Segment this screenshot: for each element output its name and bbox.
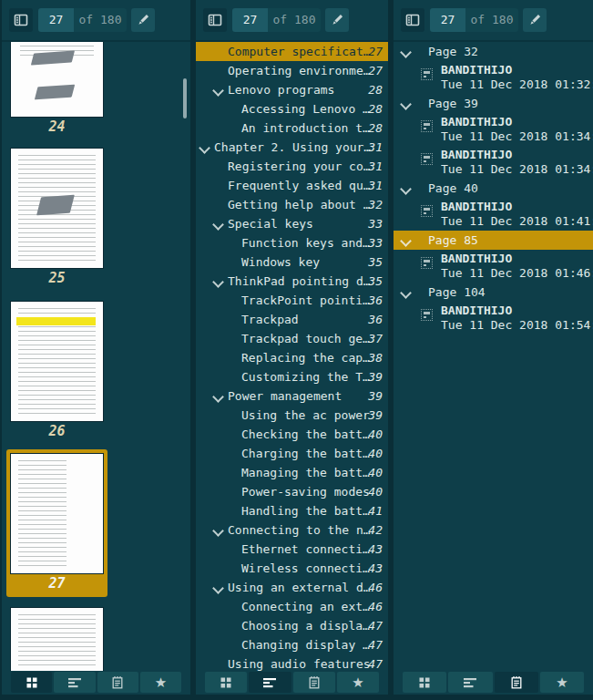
outline-item[interactable]: Connecting an ext…46 <box>196 597 388 616</box>
page-thumbnail[interactable] <box>11 149 103 268</box>
annotate-button[interactable] <box>523 8 547 32</box>
annotation-entry[interactable]: BANDITHIJOTue 11 Dec 2018 01:34:2 <box>394 113 593 146</box>
page-number-entry[interactable]: 27 of 180 <box>232 8 321 32</box>
outline-item[interactable]: Function keys and…33 <box>196 233 388 252</box>
annotation-page-group[interactable]: Page 85 <box>394 231 593 250</box>
outline-item-label: Managing the batt… <box>241 463 370 482</box>
annotation-entry[interactable]: BANDITHIJOTue 11 Dec 2018 01:54:5 <box>394 302 593 335</box>
page-thumbnail[interactable] <box>11 40 103 117</box>
outline-item[interactable]: Chapter 2. Using your…31 <box>196 138 388 157</box>
outline-item[interactable]: Checking the batt…40 <box>196 425 388 444</box>
outline-item[interactable]: Managing the batt…40 <box>196 463 388 482</box>
page-thumbnail[interactable] <box>11 302 103 421</box>
outline-item[interactable]: Trackpad36 <box>196 310 388 329</box>
outline-item[interactable]: Power management39 <box>196 386 388 406</box>
page-thumbnail[interactable] <box>11 454 103 573</box>
outline-item[interactable]: Trackpad touch ge…37 <box>196 329 388 348</box>
outline-item[interactable]: Customizing the T…39 <box>196 367 388 386</box>
page-number-value[interactable]: 27 <box>38 8 74 32</box>
chevron-down-icon[interactable] <box>212 582 224 594</box>
panel-header: 27 of 180 <box>394 0 593 42</box>
sidebar-toggle-button[interactable] <box>401 8 424 32</box>
outline-item[interactable]: Ethernet connecti…43 <box>196 540 388 559</box>
outline-item[interactable]: An introduction t…28 <box>196 118 388 138</box>
outline-item[interactable]: Using audio features47 <box>196 654 388 671</box>
annotation-note-icon <box>421 257 433 269</box>
tab-thumbnails[interactable] <box>205 672 247 693</box>
outline-item[interactable]: Choosing a displa…47 <box>196 616 388 635</box>
chevron-down-icon[interactable] <box>212 276 224 288</box>
chevron-down-icon[interactable] <box>400 98 412 110</box>
annotation-entry[interactable]: BANDITHIJOTue 11 Dec 2018 01:34:4 <box>394 146 593 179</box>
chevron-down-icon[interactable] <box>212 219 224 231</box>
notepad-icon <box>509 675 524 690</box>
chevron-down-icon[interactable] <box>212 85 224 97</box>
outline-item[interactable]: Wireless connecti…43 <box>196 559 388 578</box>
chevron-down-icon[interactable] <box>199 142 210 154</box>
tab-annotations[interactable] <box>495 672 538 693</box>
outline-item[interactable]: Special keys33 <box>196 214 388 233</box>
annotation-entry[interactable]: BANDITHIJOTue 11 Dec 2018 01:46:5 <box>394 250 593 283</box>
outline-item[interactable]: Connecting to the n…42 <box>196 520 388 540</box>
tab-bookmarks[interactable]: ★ <box>337 672 379 693</box>
chevron-down-icon[interactable] <box>400 235 412 247</box>
outline-item[interactable]: Charging the batt…40 <box>196 444 388 463</box>
annotation-author: BANDITHIJO <box>441 62 512 77</box>
outline-item-label: ThinkPad pointing d… <box>228 272 371 291</box>
tab-annotations[interactable] <box>293 672 335 693</box>
outline-item[interactable]: Frequently asked qu…31 <box>196 176 388 195</box>
chevron-down-icon[interactable] <box>400 46 412 58</box>
tab-thumbnails[interactable] <box>403 672 446 693</box>
outline-item-label: Trackpad touch ge… <box>241 329 370 348</box>
page-number-value[interactable]: 27 <box>232 8 268 32</box>
outline-item[interactable]: Windows key35 <box>196 252 388 272</box>
annotation-page-group[interactable]: Page 32 <box>394 42 593 61</box>
outline-item[interactable]: ThinkPad pointing d…35 <box>196 272 388 291</box>
tab-outline[interactable] <box>54 672 95 693</box>
tab-thumbnails[interactable] <box>11 672 52 693</box>
outline-item[interactable]: Power-saving modes40 <box>196 482 388 501</box>
outline-item[interactable]: Lenovo programs28 <box>196 80 388 99</box>
annotate-button[interactable] <box>131 8 155 32</box>
tab-bookmarks[interactable]: ★ <box>140 672 181 693</box>
annotation-page-group[interactable]: Page 39 <box>394 94 593 113</box>
page-number-entry[interactable]: 27 of 180 <box>430 8 518 32</box>
thumbnail-list[interactable]: 2425262728 <box>2 40 190 671</box>
outline-item[interactable]: Using the ac power39 <box>196 406 388 425</box>
outline-item[interactable]: Replacing the cap…38 <box>196 348 388 367</box>
annotation-note-icon <box>421 120 433 132</box>
tab-annotations[interactable] <box>97 672 138 693</box>
annotation-list[interactable]: Page 32BANDITHIJOTue 11 Dec 2018 01:32:0… <box>394 40 593 671</box>
outline-item[interactable]: Accessing Lenovo …28 <box>196 99 388 118</box>
outline-item[interactable]: Registering your co…31 <box>196 157 388 176</box>
outline-item-label: Changing display … <box>241 635 370 654</box>
outline-item[interactable]: Handling the batt…41 <box>196 501 388 520</box>
page-thumbnail[interactable] <box>11 608 103 671</box>
outline-item[interactable]: TrackPoint pointi…36 <box>196 291 388 310</box>
page-number-entry[interactable]: 27 of 180 <box>38 8 127 32</box>
annotation-entry[interactable]: BANDITHIJOTue 11 Dec 2018 01:41:5 <box>394 198 593 231</box>
tab-outline[interactable] <box>249 672 291 693</box>
page-number-value[interactable]: 27 <box>430 8 465 32</box>
chevron-down-icon[interactable] <box>212 525 224 537</box>
annotation-page-group[interactable]: Page 104 <box>394 283 593 302</box>
outline-item[interactable]: Changing display …47 <box>196 635 388 654</box>
outline-list[interactable]: Computer specificat…27Operating environm… <box>196 40 388 671</box>
chevron-down-icon[interactable] <box>212 391 224 403</box>
outline-item[interactable]: Getting help about …32 <box>196 195 388 214</box>
outline-item[interactable]: Operating environme…27 <box>196 61 388 80</box>
sidebar-toggle-button[interactable] <box>203 8 227 32</box>
annotate-button[interactable] <box>325 8 349 32</box>
chevron-down-icon[interactable] <box>400 183 412 195</box>
tab-outline[interactable] <box>448 672 492 693</box>
scrollbar-thumb[interactable] <box>183 78 187 118</box>
annotation-entry[interactable]: BANDITHIJOTue 11 Dec 2018 01:32:0 <box>394 61 593 94</box>
annotation-note-icon <box>421 153 433 165</box>
chevron-down-icon[interactable] <box>400 287 412 299</box>
outline-item[interactable]: Computer specificat…27 <box>196 42 388 61</box>
sidebar-toggle-button[interactable] <box>9 8 33 32</box>
outline-item[interactable]: Using an external d…46 <box>196 578 388 597</box>
annotation-page-group[interactable]: Page 40 <box>394 179 593 198</box>
tab-bookmarks[interactable]: ★ <box>540 672 584 693</box>
outline-item-page: 38 <box>368 348 383 367</box>
